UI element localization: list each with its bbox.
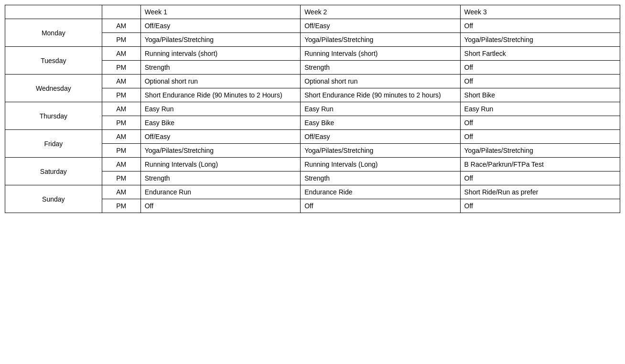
table-row: FridayAMOff/EasyOff/EasyOff: [5, 130, 620, 144]
ampm-cell: AM: [102, 130, 140, 144]
header-row: Week 1 Week 2 Week 3: [5, 5, 620, 19]
week1-cell: Off/Easy: [140, 130, 300, 144]
day-cell-monday: Monday: [5, 19, 102, 47]
ampm-cell: PM: [102, 88, 140, 102]
week3-cell: Off: [460, 75, 620, 88]
week3-cell: Yoga/Pilates/Stretching: [460, 33, 620, 47]
ampm-cell: AM: [102, 75, 140, 88]
week3-cell: Short Fartleck: [460, 47, 620, 61]
day-cell-friday: Friday: [5, 130, 102, 158]
table-row: WednesdayAMOptional short runOptional sh…: [5, 75, 620, 88]
table-row: MondayAMOff/EasyOff/EasyOff: [5, 19, 620, 33]
week2-cell: Off: [301, 199, 460, 213]
week3-cell: Off: [460, 130, 620, 144]
week1-cell: Yoga/Pilates/Stretching: [140, 33, 300, 47]
day-cell-thursday: Thursday: [5, 102, 102, 130]
week1-cell: Strength: [140, 61, 300, 75]
week2-cell: Short Endurance Ride (90 minutes to 2 ho…: [301, 88, 460, 102]
ampm-cell: AM: [102, 185, 140, 199]
week3-cell: Off: [460, 61, 620, 75]
week2-cell: Optional short run: [301, 75, 460, 88]
week1-cell: Off: [140, 199, 300, 213]
week1-cell: Off/Easy: [140, 19, 300, 33]
week1-cell: Endurance Run: [140, 185, 300, 199]
ampm-cell: AM: [102, 19, 140, 33]
week3-cell: Off: [460, 199, 620, 213]
ampm-cell: AM: [102, 102, 140, 116]
week2-cell: Strength: [301, 171, 460, 185]
week1-cell: Easy Bike: [140, 116, 300, 130]
day-cell-wednesday: Wednesday: [5, 75, 102, 102]
header-day-empty: [5, 5, 102, 19]
week2-cell: Endurance Ride: [301, 185, 460, 199]
ampm-cell: PM: [102, 33, 140, 47]
week2-cell: Strength: [301, 61, 460, 75]
week1-cell: Easy Run: [140, 102, 300, 116]
header-ampm-empty: [102, 5, 140, 19]
day-cell-saturday: Saturday: [5, 158, 102, 185]
week1-cell: Strength: [140, 171, 300, 185]
week2-cell: Yoga/Pilates/Stretching: [301, 33, 460, 47]
day-cell-sunday: Sunday: [5, 185, 102, 213]
week3-cell: B Race/Parkrun/FTPa Test: [460, 158, 620, 171]
table-row: SundayAMEndurance RunEndurance RideShort…: [5, 185, 620, 199]
week2-cell: Easy Bike: [301, 116, 460, 130]
week1-cell: Running intervals (short): [140, 47, 300, 61]
day-cell-tuesday: Tuesday: [5, 47, 102, 75]
week3-cell: Short Ride/Run as prefer: [460, 185, 620, 199]
header-week1: Week 1: [140, 5, 300, 19]
week3-cell: Easy Run: [460, 102, 620, 116]
schedule-table-wrapper: Week 1 Week 2 Week 3 MondayAMOff/EasyOff…: [5, 5, 620, 213]
header-week3: Week 3: [460, 5, 620, 19]
week1-cell: Yoga/Pilates/Stretching: [140, 144, 300, 158]
week1-cell: Optional short run: [140, 75, 300, 88]
week2-cell: Off/Easy: [301, 130, 460, 144]
ampm-cell: AM: [102, 158, 140, 171]
training-schedule-table: Week 1 Week 2 Week 3 MondayAMOff/EasyOff…: [5, 5, 620, 213]
week3-cell: Short Bike: [460, 88, 620, 102]
week3-cell: Yoga/Pilates/Stretching: [460, 144, 620, 158]
week1-cell: Running Intervals (Long): [140, 158, 300, 171]
week2-cell: Running Intervals (short): [301, 47, 460, 61]
week2-cell: Off/Easy: [301, 19, 460, 33]
table-row: TuesdayAMRunning intervals (short)Runnin…: [5, 47, 620, 61]
schedule-body: MondayAMOff/EasyOff/EasyOffPMYoga/Pilate…: [5, 19, 620, 213]
week3-cell: Off: [460, 171, 620, 185]
table-row: ThursdayAMEasy RunEasy RunEasy Run: [5, 102, 620, 116]
ampm-cell: PM: [102, 171, 140, 185]
ampm-cell: PM: [102, 144, 140, 158]
ampm-cell: AM: [102, 47, 140, 61]
ampm-cell: PM: [102, 116, 140, 130]
week3-cell: Off: [460, 116, 620, 130]
week2-cell: Yoga/Pilates/Stretching: [301, 144, 460, 158]
week3-cell: Off: [460, 19, 620, 33]
ampm-cell: PM: [102, 61, 140, 75]
ampm-cell: PM: [102, 199, 140, 213]
header-week2: Week 2: [301, 5, 460, 19]
table-row: SaturdayAMRunning Intervals (Long)Runnin…: [5, 158, 620, 171]
week1-cell: Short Endurance Ride (90 Minutes to 2 Ho…: [140, 88, 300, 102]
week2-cell: Running Intervals (Long): [301, 158, 460, 171]
week2-cell: Easy Run: [301, 102, 460, 116]
